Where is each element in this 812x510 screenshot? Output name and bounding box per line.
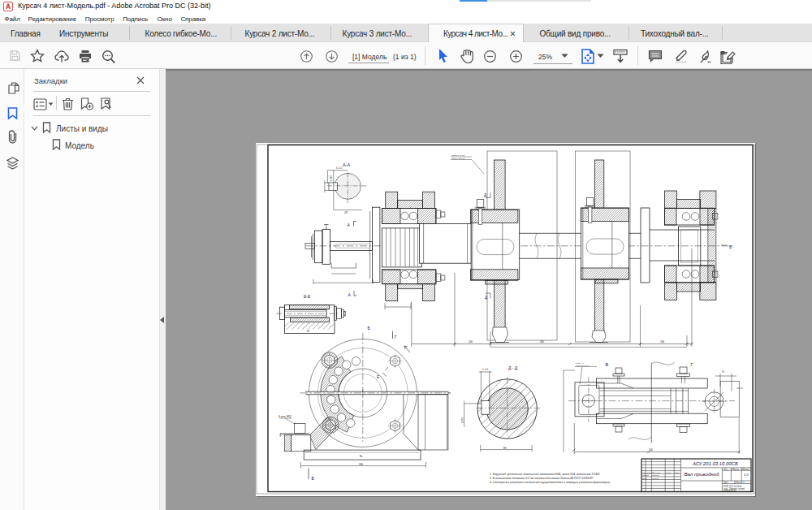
svg-text:ГОСТ 9.306-85: ГОСТ 9.306-85	[451, 158, 465, 160]
svg-text:240: 240	[469, 340, 473, 344]
svg-text:Вал приводной: Вал приводной	[684, 471, 719, 477]
svg-text:Г: Г	[691, 362, 693, 367]
svg-text:Ra: Ra	[360, 455, 363, 458]
svg-text:4 отв. М12: 4 отв. М12	[279, 415, 292, 418]
svg-text:В: В	[312, 476, 315, 481]
svg-text:ГОСТ 11371-78: ГОСТ 11371-78	[576, 365, 590, 367]
svg-text:А-А: А-А	[343, 162, 351, 167]
svg-text:90: 90	[722, 370, 724, 374]
svg-text:1. Наружные предельные откло: 1. Наружные предельные отклонения отверс…	[490, 473, 600, 476]
svg-text:480: 480	[540, 340, 544, 344]
svg-text:Е: Е	[377, 375, 379, 379]
svg-text:А: А	[348, 292, 352, 297]
svg-text:3. Стопорение резьбовых соед: 3. Стопорение резьбовых соединений осуще…	[490, 481, 611, 484]
svg-text:Разраб.: Разраб.	[642, 474, 650, 477]
svg-text:6 +0.1: 6 +0.1	[336, 166, 343, 170]
svg-text:Петров: Петров	[652, 478, 659, 480]
svg-text:Б: Б	[368, 326, 371, 331]
svg-text:88: 88	[307, 330, 309, 333]
svg-text:Б: Б	[729, 244, 732, 249]
svg-text:Иванов: Иванов	[652, 474, 659, 477]
svg-text:Д - Д: Д - Д	[508, 365, 518, 370]
svg-text:поверхн. Б пок.: поверхн. Б пок.	[451, 154, 465, 157]
svg-text:Лист: Лист	[723, 481, 728, 484]
svg-text:Дата: Дата	[675, 472, 680, 474]
svg-text:4 +0.1: 4 +0.1	[482, 368, 489, 371]
svg-text:Листов 1: Листов 1	[736, 481, 745, 484]
svg-text:8 JS9: 8 JS9	[330, 175, 333, 181]
svg-text:А: А	[348, 223, 351, 227]
svg-text:Масшт.: Масшт.	[742, 468, 749, 471]
svg-text:2. В подшипники заложить 0,2: 2. В подшипники заложить 0,2 см пластичн…	[489, 477, 594, 480]
svg-text:32 Р9: 32 Р9	[461, 417, 464, 423]
svg-text:540: 540	[649, 448, 653, 452]
svg-text:580: 580	[359, 463, 363, 466]
svg-text:Д: Д	[485, 296, 487, 300]
svg-text:1:1: 1:1	[744, 473, 749, 477]
svg-text:Подп.: Подп.	[666, 472, 672, 474]
svg-text:Масса: Масса	[732, 468, 739, 471]
svg-text:Пров.: Пров.	[642, 478, 648, 480]
svg-text:Г: Г	[395, 335, 397, 339]
svg-text:АСУ.201.03.10.00СБ: АСУ.201.03.10.00СБ	[692, 461, 738, 466]
svg-text:Е-Е: Е-Е	[304, 294, 311, 299]
svg-text:48*: 48*	[344, 211, 348, 214]
svg-text:группа 10-60: группа 10-60	[723, 489, 736, 492]
svg-text:В: В	[606, 362, 609, 367]
svg-text:Лит.: Лит.	[723, 468, 728, 471]
svg-text:Д: Д	[484, 193, 486, 197]
svg-text:88: 88	[503, 447, 507, 450]
svg-text:180: 180	[660, 340, 664, 344]
